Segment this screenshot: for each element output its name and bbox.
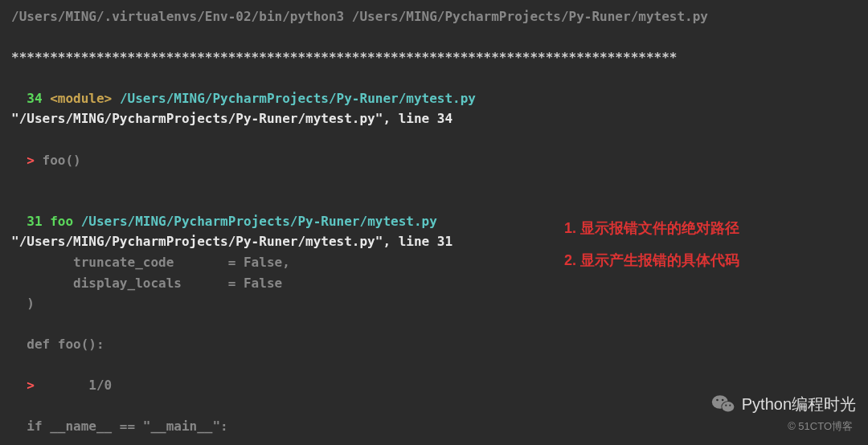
annotation-overlay: 1. 显示报错文件的绝对路径 2. 显示产生报错的具体代码 xyxy=(564,213,739,276)
frame2-context-3: ) xyxy=(11,293,857,314)
frame1-code: foo() xyxy=(35,153,81,168)
frame1-lineno: 34 xyxy=(27,91,42,106)
svg-point-6 xyxy=(729,405,731,406)
annotation-line-2: 2. 显示产生报错的具体代码 xyxy=(564,245,739,277)
blank-line xyxy=(11,314,857,334)
svg-point-2 xyxy=(722,402,734,411)
frame2-lineno: 31 xyxy=(27,214,42,229)
svg-point-5 xyxy=(725,405,727,406)
frame2-context-4: def foo(): xyxy=(11,334,857,355)
annotation-line-1: 1. 显示报错文件的绝对路径 xyxy=(564,213,739,245)
svg-point-3 xyxy=(716,399,719,402)
blank-line xyxy=(11,27,857,47)
svg-point-4 xyxy=(722,399,724,402)
frame1-func: <module> xyxy=(50,91,112,106)
frame1-code-line: > foo() xyxy=(11,129,857,170)
watermark-sub-text: © 51CTO博客 xyxy=(788,418,853,435)
wechat-icon xyxy=(711,394,735,414)
blank-line xyxy=(11,170,857,190)
frame2-marker: > xyxy=(27,378,35,393)
frame2-func: foo xyxy=(50,214,73,229)
frame1-marker: > xyxy=(27,153,35,168)
watermark-main-text: Python编程时光 xyxy=(742,391,856,417)
command-line: /Users/MING/.virtualenvs/Env-02/bin/pyth… xyxy=(11,6,857,27)
frame1-file-line: "/Users/MING/PycharmProjects/Py-Runer/my… xyxy=(11,108,857,129)
frame2-path: /Users/MING/PycharmProjects/Py-Runer/myt… xyxy=(81,214,437,229)
frame1-path: /Users/MING/PycharmProjects/Py-Runer/myt… xyxy=(120,91,476,106)
separator-stars: ****************************************… xyxy=(11,47,857,68)
traceback-frame-1-header: 34 <module> /Users/MING/PycharmProjects/… xyxy=(11,67,857,108)
watermark: Python编程时光 © 51CTO博客 xyxy=(711,391,856,435)
blank-line xyxy=(11,436,857,445)
frame2-code: 1/0 xyxy=(35,378,112,393)
frame2-code-line: > 1/0 xyxy=(11,354,857,395)
